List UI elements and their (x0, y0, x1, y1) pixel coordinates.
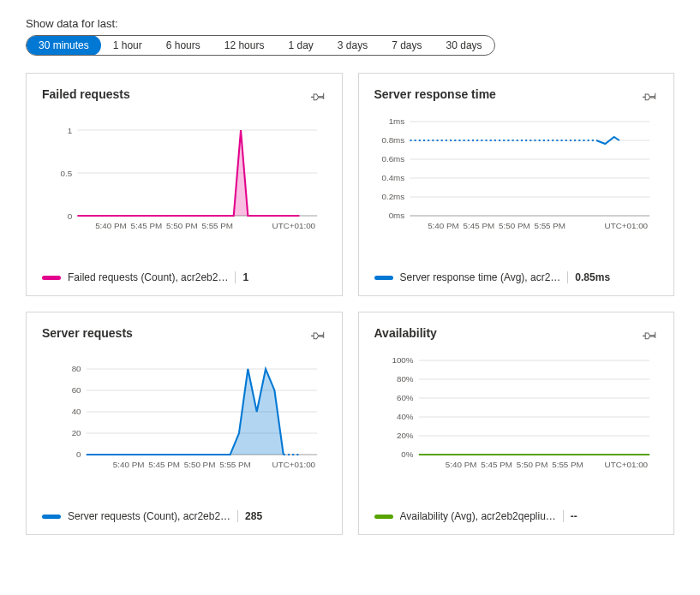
svg-text:0.5: 0.5 (61, 169, 73, 178)
legend-row: Server response time (Avg), acr2… 0.85ms (374, 271, 659, 283)
legend-value: 1 (235, 271, 248, 283)
card-failed-requests: Failed requests 1 0.5 0 5:40 PM 5:45 PM … (26, 73, 343, 296)
time-range-picker[interactable]: 30 minutes 1 hour 6 hours 12 hours 1 day… (26, 35, 495, 56)
svg-text:60: 60 (72, 385, 81, 395)
legend-row: Failed requests (Count), acr2eb2… 1 (42, 271, 326, 283)
svg-text:5:50 PM: 5:50 PM (184, 460, 216, 469)
card-title: Failed requests (42, 87, 130, 101)
svg-text:0.4ms: 0.4ms (381, 173, 404, 182)
legend-label: Server response time (Avg), acr2… (400, 271, 561, 283)
svg-text:5:45 PM: 5:45 PM (131, 221, 163, 230)
svg-text:20%: 20% (396, 431, 413, 440)
card-title: Server requests (42, 326, 133, 340)
svg-text:UTC+01:00: UTC+01:00 (272, 460, 316, 469)
time-option-7d[interactable]: 7 days (380, 35, 434, 56)
svg-text:5:50 PM: 5:50 PM (516, 460, 547, 469)
chart-failed-requests: 1 0.5 0 5:40 PM 5:45 PM 5:50 PM 5:55 PM … (42, 113, 326, 246)
svg-text:UTC+01:00: UTC+01:00 (272, 221, 316, 230)
legend-swatch (374, 276, 393, 280)
svg-text:80%: 80% (396, 374, 413, 384)
legend-label: Server requests (Count), acr2eb2… (68, 510, 230, 522)
legend-label: Availability (Avg), acr2eb2qepliu… (400, 510, 556, 522)
card-server-response-time: Server response time 1ms 0.8ms 0.6ms 0.4… (358, 73, 675, 296)
svg-text:80: 80 (72, 364, 81, 373)
svg-text:40: 40 (72, 407, 81, 416)
svg-text:40%: 40% (396, 412, 413, 421)
svg-text:0%: 0% (401, 449, 414, 459)
card-availability: Availability 100% 80% 60% 40% 20% 0% 5:4… (358, 312, 675, 535)
legend-swatch (42, 276, 61, 280)
svg-text:5:50 PM: 5:50 PM (499, 221, 530, 230)
pin-icon[interactable] (641, 326, 658, 343)
time-option-3d[interactable]: 3 days (326, 35, 380, 56)
svg-text:60%: 60% (396, 393, 413, 402)
legend-swatch (374, 515, 393, 519)
svg-text:5:45 PM: 5:45 PM (481, 460, 512, 469)
card-title: Availability (374, 326, 437, 340)
time-option-30m[interactable]: 30 minutes (27, 35, 101, 56)
card-title: Server response time (374, 87, 496, 101)
legend-value: 285 (237, 510, 262, 522)
svg-text:20: 20 (72, 428, 81, 437)
time-option-6h[interactable]: 6 hours (154, 35, 212, 56)
svg-text:0.2ms: 0.2ms (381, 192, 404, 201)
legend-value: 0.85ms (567, 271, 610, 283)
svg-text:5:55 PM: 5:55 PM (201, 221, 233, 230)
time-option-1h[interactable]: 1 hour (101, 35, 154, 56)
svg-text:0.8ms: 0.8ms (381, 135, 404, 145)
svg-text:0: 0 (76, 449, 81, 459)
svg-text:100%: 100% (392, 355, 414, 365)
svg-text:0.6ms: 0.6ms (381, 154, 404, 164)
svg-text:UTC+01:00: UTC+01:00 (604, 460, 648, 469)
chart-server-requests: 80 60 40 20 0 5:40 PM 5:45 PM 5:50 PM 5:… (42, 352, 326, 485)
legend-row: Server requests (Count), acr2eb2… 285 (42, 510, 326, 522)
svg-text:5:45 PM: 5:45 PM (148, 460, 180, 469)
time-option-1d[interactable]: 1 day (276, 35, 325, 56)
metrics-grid: Failed requests 1 0.5 0 5:40 PM 5:45 PM … (26, 73, 674, 535)
svg-text:1ms: 1ms (388, 116, 404, 126)
legend-label: Failed requests (Count), acr2eb2… (68, 271, 228, 283)
svg-text:5:55 PM: 5:55 PM (219, 460, 251, 469)
svg-text:5:40 PM: 5:40 PM (95, 221, 127, 230)
legend-row: Availability (Avg), acr2eb2qepliu… -- (374, 510, 659, 522)
svg-text:5:40 PM: 5:40 PM (445, 460, 476, 469)
card-server-requests: Server requests 80 60 40 20 0 5:40 PM 5:… (26, 312, 343, 535)
legend-value: -- (563, 510, 577, 522)
svg-text:5:40 PM: 5:40 PM (428, 221, 459, 230)
time-option-30d[interactable]: 30 days (434, 35, 494, 56)
svg-text:5:50 PM: 5:50 PM (166, 221, 198, 230)
svg-text:0: 0 (68, 211, 72, 221)
chart-server-response-time: 1ms 0.8ms 0.6ms 0.4ms 0.2ms 0ms 5:40 PM … (374, 113, 659, 246)
svg-text:1: 1 (68, 126, 72, 135)
svg-text:UTC+01:00: UTC+01:00 (604, 221, 648, 230)
pin-icon[interactable] (309, 326, 326, 343)
pin-icon[interactable] (309, 87, 326, 104)
svg-text:5:55 PM: 5:55 PM (534, 221, 565, 230)
time-range-label: Show data for last: (26, 17, 674, 30)
svg-text:0ms: 0ms (388, 211, 404, 220)
chart-availability: 100% 80% 60% 40% 20% 0% 5:40 PM 5:45 PM … (374, 352, 659, 485)
legend-swatch (42, 515, 61, 519)
pin-icon[interactable] (641, 87, 658, 104)
svg-text:5:45 PM: 5:45 PM (463, 221, 494, 230)
svg-text:5:55 PM: 5:55 PM (552, 460, 583, 469)
svg-text:5:40 PM: 5:40 PM (113, 460, 145, 469)
time-option-12h[interactable]: 12 hours (212, 35, 277, 56)
